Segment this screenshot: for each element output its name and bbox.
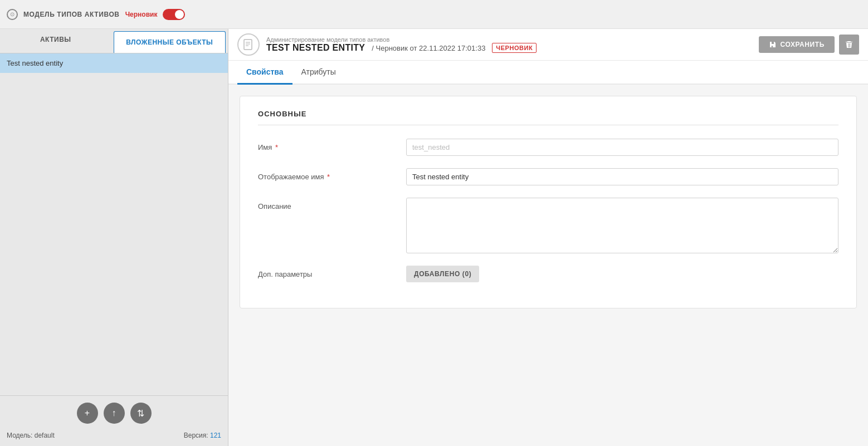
display-name-input[interactable] [406,168,838,185]
sidebar-tab-nested[interactable]: ВЛОЖЕННЫЕ ОБЪЕКТЫ [114,31,226,53]
name-label: Имя * [258,139,397,151]
required-star-2: * [327,173,330,181]
save-button[interactable]: СОХРАНИТЬ [759,36,835,53]
entity-title: TEST NESTED ENTITY [266,43,365,53]
top-header: ⊙ МОДЕЛЬ ТИПОВ АКТИВОВ Черновик [0,0,868,29]
sort-icon: ⇅ [137,408,144,419]
delete-button[interactable] [839,35,859,55]
entity-title-row: TEST NESTED ENTITY / Черновик от 22.11.2… [266,43,752,53]
description-label: Описание [258,198,397,210]
delete-icon [845,40,854,49]
sidebar-tab-assets[interactable]: АКТИВЫ [0,29,111,53]
sidebar-bottom: + ↑ ⇅ Модель: default Версия: 121 [0,395,228,446]
entity-icon [237,33,260,56]
display-name-field [406,168,838,185]
sidebar-version-link[interactable]: 121 [210,432,221,439]
up-icon: ↑ [112,408,116,418]
extra-params-button[interactable]: ДОБАВЛЕНО (0) [406,266,479,282]
header-actions: СОХРАНИТЬ [759,35,859,55]
sort-button[interactable]: ⇅ [130,403,152,424]
extra-params-field: ДОБАВЛЕНО (0) [406,266,838,282]
description-input[interactable] [406,198,838,253]
list-item[interactable]: Test nested entity [0,53,228,73]
entity-breadcrumb: Администрирование модели типов активов [266,36,752,43]
tab-attributes[interactable]: Атрибуты [292,61,345,85]
sidebar-list: Test nested entity [0,53,228,395]
model-title: МОДЕЛЬ ТИПОВ АКТИВОВ [23,11,120,18]
description-field [406,198,838,253]
entity-badge: ЧЕРНОВИК [492,43,537,53]
form-row-description: Описание [258,198,838,253]
sidebar-footer: Модель: default Версия: 121 [0,429,228,442]
form-row-extra-params: Доп. параметры ДОБАВЛЕНО (0) [258,266,838,282]
sidebar-actions: + ↑ ⇅ [77,403,152,424]
section-title: ОСНОВНЫЕ [258,110,838,125]
name-field [406,139,838,156]
resize-handle[interactable] [225,29,228,446]
save-icon [769,41,777,48]
sidebar-model-info: Модель: default [7,432,55,439]
content-tabs: Свойства Атрибуты [228,61,868,85]
form-content: ОСНОВНЫЕ Имя * Отображаемое имя * [228,85,868,446]
right-header: Администрирование модели типов активов T… [228,29,868,61]
tab-properties[interactable]: Свойства [237,61,292,85]
add-icon: + [85,408,90,418]
svg-rect-0 [244,40,252,50]
entity-draft-info: / Черновик от 22.11.2022 17:01:33 [372,44,485,52]
model-icon: ⊙ [7,9,18,20]
main-area: АКТИВЫ ВЛОЖЕННЫЕ ОБЪЕКТЫ Test nested ent… [0,29,868,446]
required-star: * [275,143,278,151]
form-row-display-name: Отображаемое имя * [258,168,838,185]
move-up-button[interactable]: ↑ [104,403,125,424]
right-panel: Администрирование модели типов активов T… [228,29,868,446]
entity-header-info: Администрирование модели типов активов T… [266,36,752,53]
extra-params-label: Доп. параметры [258,266,397,278]
form-row-name: Имя * [258,139,838,156]
header-left: ⊙ МОДЕЛЬ ТИПОВ АКТИВОВ Черновик [7,9,235,20]
sidebar-tabs: АКТИВЫ ВЛОЖЕННЫЕ ОБЪЕКТЫ [0,29,228,53]
header-draft-label: Черновик [125,11,158,18]
sidebar: АКТИВЫ ВЛОЖЕННЫЕ ОБЪЕКТЫ Test nested ent… [0,29,228,446]
draft-toggle[interactable] [163,9,185,20]
name-input[interactable] [406,139,838,156]
sidebar-version: Версия: 121 [184,432,221,439]
form-card: ОСНОВНЫЕ Имя * Отображаемое имя * [240,96,857,308]
display-name-label: Отображаемое имя * [258,168,397,181]
add-button[interactable]: + [77,403,98,424]
